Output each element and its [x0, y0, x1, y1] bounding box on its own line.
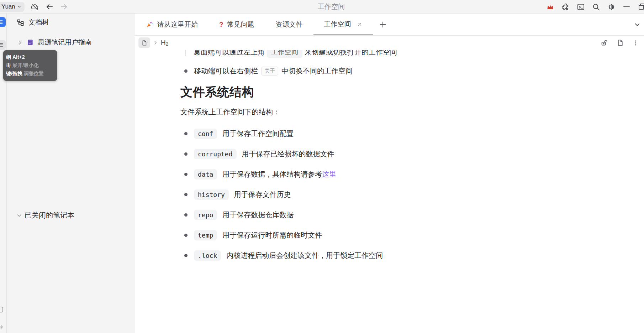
- bullet-dot: [184, 254, 188, 257]
- list-text: 移动端可以在右侧栏: [194, 66, 258, 76]
- dock-tooltip: 纲 Alt+2 击 展开/最小化 键/拖拽 调整位置: [3, 50, 57, 81]
- list-text: 用于保存已经损坏的数据文件: [242, 149, 334, 159]
- tab-label: 工作空间: [324, 20, 351, 29]
- bullet-dot: [184, 69, 188, 73]
- unlock-icon[interactable]: [601, 39, 608, 47]
- tooltip-line-2: 击 展开/最小化: [6, 61, 54, 69]
- tree-item-label: 思源笔记用户指南: [38, 38, 92, 47]
- workspace-switcher-label: Yuan: [1, 3, 15, 10]
- dock-outline-button[interactable]: [0, 40, 6, 50]
- question-mark-icon: ?: [219, 21, 223, 28]
- new-tab-button[interactable]: [373, 14, 393, 35]
- bullet-dot: [184, 152, 188, 156]
- tab-bar: 请从这里开始 ? 常见问题 资源文件 工作空间: [135, 14, 644, 36]
- tab-label: 资源文件: [276, 20, 303, 29]
- bullet-dot: [184, 234, 188, 237]
- tooltip-line-3: 键/拖拽 调整位置: [6, 69, 54, 78]
- intro-paragraph: 文件系统上工作空间下的结构：: [180, 107, 644, 117]
- chevron-right-icon: [153, 40, 158, 45]
- panel-title: 文档树: [28, 18, 49, 27]
- closed-notebooks-label: 已关闭的笔记本: [25, 210, 74, 220]
- code-tag: corrupted: [194, 149, 237, 159]
- clipped-text-before: 桌面端可以通过左上角: [194, 50, 265, 57]
- list-item-repo[interactable]: repo 用于保存数据仓库数据: [180, 209, 644, 221]
- list-text: 用于保存运行时所需的临时文件: [222, 230, 322, 240]
- theme-mode-icon[interactable]: [607, 2, 616, 11]
- list-item-about[interactable]: 移动端可以在右侧栏 关于 中切换不同的工作空间: [180, 65, 644, 77]
- bullet-dot: [184, 193, 188, 196]
- tab-list-chevron-down-icon[interactable]: [634, 14, 640, 36]
- dock-file-tree-button[interactable]: [0, 17, 6, 27]
- document-tree-panel: 文档树 思源笔记用户指南 纲 Alt+2 击 展开/最小化 键/拖拽 调整位置 …: [7, 14, 135, 333]
- clipped-text-after: 来创建或切换打开的工作空间: [305, 50, 397, 57]
- more-kebab-icon[interactable]: [632, 40, 639, 46]
- workspace-switcher-button[interactable]: Yuan: [0, 2, 25, 12]
- list-text: 中切换不同的工作空间: [281, 66, 353, 76]
- breadcrumb-heading-h2[interactable]: H2: [161, 39, 168, 47]
- code-tag: history: [194, 189, 229, 200]
- code-tag: data: [194, 169, 217, 179]
- code-tag: temp: [194, 230, 217, 240]
- code-tag: conf: [194, 129, 217, 139]
- back-icon[interactable]: [45, 2, 54, 11]
- chevron-down-icon: [17, 5, 21, 9]
- restore-window-icon[interactable]: [638, 2, 644, 11]
- title-bar: Yuan 工作空间: [0, 0, 644, 14]
- editor-area: 请从这里开始 ? 常见问题 资源文件 工作空间: [135, 14, 644, 333]
- document-icon[interactable]: [617, 39, 624, 46]
- close-icon[interactable]: [357, 22, 362, 27]
- party-popper-icon: [146, 21, 153, 28]
- tab-assets[interactable]: 资源文件: [265, 14, 313, 35]
- tab-faq[interactable]: ? 常见问题: [208, 14, 265, 35]
- cloud-off-icon[interactable]: [31, 2, 39, 11]
- minimize-icon[interactable]: [622, 2, 631, 11]
- tab-label: 请从这里开始: [157, 20, 198, 29]
- list-item-lock[interactable]: .lock 内核进程启动后会创建该文件，用于锁定工作空间: [180, 249, 644, 261]
- list-text: 用于保存数据仓库数据: [222, 210, 294, 220]
- dock-flashcard-button[interactable]: [0, 305, 6, 314]
- forward-icon[interactable]: [60, 2, 68, 11]
- sidebar-item-user-guide[interactable]: 思源笔记用户指南: [17, 38, 92, 47]
- kbd-about-tag: 关于: [261, 67, 278, 76]
- clipped-list-item: 桌面端可以通过左上角 工作空间 来创建或切换打开的工作空间: [180, 50, 644, 60]
- list-text: 用于保存文件历史: [234, 190, 291, 199]
- notebook-icon: [27, 39, 34, 46]
- list-guide-bar: [185, 50, 186, 56]
- tab-start-here[interactable]: 请从这里开始: [135, 14, 208, 35]
- document-content[interactable]: 桌面端可以通过左上角 工作空间 来创建或切换打开的工作空间 移动端可以在右侧栏 …: [135, 50, 644, 333]
- list-text: 用于保存数据，具体结构请参考: [222, 170, 322, 179]
- closed-notebooks-toggle[interactable]: 已关闭的笔记本: [16, 210, 74, 220]
- crown-icon[interactable]: [546, 2, 554, 11]
- plugin-puzzle-icon[interactable]: [561, 2, 570, 11]
- terminal-icon[interactable]: [576, 2, 585, 11]
- bullet-dot: [184, 132, 188, 135]
- chevron-down-icon: [16, 213, 22, 218]
- list-text: 内核进程启动后会创建该文件，用于锁定工作空间: [226, 251, 383, 260]
- bullet-dot: [184, 213, 188, 217]
- chevron-right-icon: [17, 40, 23, 45]
- doc-tree-icon: [17, 19, 24, 26]
- tooltip-line-1: 纲 Alt+2: [6, 53, 54, 61]
- link-here[interactable]: 这里: [322, 170, 336, 179]
- list-item-temp[interactable]: temp 用于保存运行时所需的临时文件: [180, 229, 644, 241]
- list-item-corrupted[interactable]: corrupted 用于保存已经损坏的数据文件: [180, 148, 644, 160]
- dock-expand-chevrons-icon[interactable]: [0, 322, 6, 332]
- document-icon[interactable]: [138, 37, 150, 48]
- code-tag: repo: [194, 210, 217, 220]
- tab-workspace[interactable]: 工作空间: [313, 14, 373, 35]
- bullet-dot: [184, 173, 188, 176]
- list-item-conf[interactable]: conf 用于保存工作空间配置: [180, 128, 644, 140]
- workspace-tag: 工作空间: [267, 50, 302, 58]
- list-item-data[interactable]: data 用于保存数据，具体结构请参考这里: [180, 168, 644, 180]
- list-text: 用于保存工作空间配置: [222, 129, 294, 139]
- code-tag: .lock: [194, 250, 221, 261]
- breadcrumb: H2: [135, 36, 644, 50]
- window-title: 工作空间: [318, 0, 345, 14]
- section-heading: 文件系统结构: [180, 84, 644, 100]
- tab-label: 常见问题: [227, 20, 254, 29]
- search-icon[interactable]: [592, 2, 600, 11]
- fs-structure-list: conf 用于保存工作空间配置 corrupted 用于保存已经损坏的数据文件 …: [180, 128, 644, 261]
- list-item-history[interactable]: history 用于保存文件历史: [180, 188, 644, 201]
